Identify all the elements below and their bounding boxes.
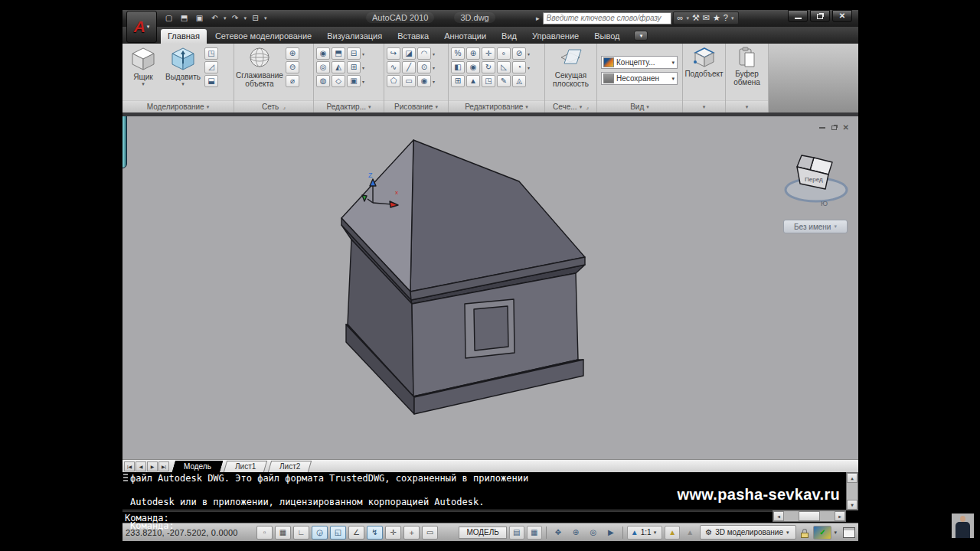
interfere-icon[interactable]: ▣ [347,75,361,87]
dialog-launcher-icon[interactable]: ⌟ [586,103,589,110]
explode-icon[interactable]: ◧ [451,61,465,73]
favorites-icon[interactable]: ★ [713,12,720,24]
command-horizontal-scrollbar[interactable]: ◀ ▶ [773,510,846,522]
panel-label-mesh[interactable]: Сеть ⌟ [234,100,313,112]
help-icon[interactable]: ? [724,12,728,24]
minimize-button[interactable] [788,10,808,22]
3d-rotate-gizmo-icon[interactable]: ◉ [466,61,480,73]
undo-dropdown-icon[interactable]: ▾ [224,15,227,21]
scale-icon[interactable]: ◳ [482,75,495,87]
command-window[interactable]: файл Autodesk DWG. Это файл формата Trus… [122,472,858,523]
communication-center-icon[interactable]: ✉ [703,12,710,24]
scroll-up-icon[interactable]: ▲ [847,473,858,483]
named-view-combo[interactable]: Несохранен ▾ [601,72,678,85]
qat-customize-dropdown-icon[interactable]: ▾ [264,15,267,21]
help-dropdown-icon[interactable]: ▾ [731,15,734,21]
doc-close-icon[interactable]: ✕ [843,123,849,132]
dropdown-icon[interactable]: ▾ [362,65,367,70]
tab-vstavka[interactable]: Вставка [390,29,436,44]
ribbon-minimize-button[interactable]: ▾ [634,31,648,41]
section-plane-button[interactable]: Секущая плоскость [547,45,595,88]
trim-icon[interactable]: % [451,47,465,60]
dropdown-icon[interactable]: ▾ [362,51,367,57]
infocenter-expand-icon[interactable]: ▸ [536,15,540,22]
lock-icon[interactable] [799,526,811,540]
offset-icon[interactable]: ◬ [512,75,526,87]
press-pull-icon[interactable]: ⬓ [204,75,218,87]
tab-vizualizaciya[interactable]: Визуализация [320,29,389,44]
subobject-button[interactable]: Подобъект [684,45,724,78]
smooth-more-icon[interactable]: ⊕ [286,47,299,60]
annotation-scale-button[interactable]: ▲ 1:1 ▾ [627,526,662,540]
tab-list2[interactable]: Лист2 [268,461,312,472]
command-prompt[interactable]: Команда: [125,513,169,523]
clean-screen-button[interactable] [843,527,855,538]
autoscale-icon[interactable]: ▲ [682,526,697,540]
tab-list1[interactable]: Лист1 [224,461,268,472]
chevron-down-icon[interactable]: ▾ [671,76,675,82]
panel-label-section[interactable]: Сече... ▾ ⌟ [545,100,596,112]
show-motion-icon[interactable]: ▶ [603,526,619,540]
dropdown-icon[interactable]: ▾ [528,65,532,70]
viewcube-compass-south[interactable]: Ю [821,200,828,207]
quick-view-drawings-icon[interactable]: ▦ [527,526,542,540]
scroll-down-icon[interactable]: ▼ [847,500,858,510]
first-layout-button[interactable]: |◀ [124,461,135,471]
slice-icon[interactable]: ⊟ [347,47,361,60]
status-menu-dropdown-icon[interactable]: ▾ [834,530,837,536]
steering-wheel-icon[interactable]: ◎ [586,526,601,540]
circle-icon[interactable]: ⊙ [417,61,431,73]
tab-glavnaya[interactable]: Главная [161,29,207,44]
line-icon[interactable]: ╱ [402,61,416,73]
restore-button[interactable] [810,10,830,22]
panel-label-modeling[interactable]: Моделирование ▾ [122,100,234,112]
undo-button[interactable]: ↶ [208,13,221,24]
3d-move-gizmo-icon[interactable]: ⊕ [466,47,480,60]
subtract-icon[interactable]: ◎ [316,61,330,73]
tab-vyvod[interactable]: Вывод [587,29,626,44]
performance-tuner-icon[interactable]: ✓ [813,526,831,540]
next-layout-button[interactable]: ▶ [147,461,158,471]
tool-palette-edge[interactable] [122,116,127,168]
doc-restore-icon[interactable] [831,126,837,130]
pan-icon[interactable]: ✥ [550,526,566,540]
house-model[interactable] [341,140,585,414]
dropdown-icon[interactable]: ▾ [433,65,437,70]
panel-label-view[interactable]: Вид ▾ [597,100,682,112]
command-vertical-scrollbar[interactable]: ▲ ▼ [846,472,858,510]
command-window-grip[interactable] [123,474,128,483]
box-dropdown-icon[interactable]: ▾ [142,81,145,87]
move-icon[interactable]: ✛ [482,47,495,60]
smooth-less-icon[interactable]: ⊖ [286,61,299,73]
rotate-icon[interactable]: ↻ [482,61,495,73]
drawing-viewport[interactable]: Z x Перед Ю ✕ Без имени ▾ [122,116,858,459]
panel-label-solid-editing[interactable]: Редактир... ▾ [314,100,384,112]
taper-face-icon[interactable]: ◇ [332,75,345,87]
annotation-visibility-icon[interactable]: ▲ [665,526,680,540]
thicken-icon[interactable]: ⊞ [347,61,361,73]
save-button[interactable]: ▣ [193,13,206,24]
tab-annotacii[interactable]: Аннотации [437,29,493,44]
tab-setevoe-modelirovanie[interactable]: Сетевое моделирование [208,29,318,44]
dropdown-icon[interactable]: ▾ [362,79,367,84]
tab-vid[interactable]: Вид [495,29,524,44]
last-layout-button[interactable]: ▶| [158,461,169,471]
command-splitter[interactable] [122,510,846,512]
panel-label-subobject[interactable]: ▾ [683,100,725,112]
redo-dropdown-icon[interactable]: ▾ [244,15,247,21]
extrude-tool-button[interactable]: Выдавить ▾ [163,45,203,87]
extrude-dropdown-icon[interactable]: ▾ [181,81,185,87]
smooth-object-button[interactable]: Сглаживание объекта [235,45,284,88]
spline-icon[interactable]: ∿ [387,61,400,73]
doc-minimize-icon[interactable] [819,127,825,129]
viewcube-front-label[interactable]: Перед [805,176,823,183]
search-dropdown-icon[interactable]: ▾ [686,15,689,21]
scroll-left-icon[interactable]: ◀ [773,511,784,521]
polygon-icon[interactable]: ⬠ [387,75,400,87]
polyline-icon[interactable]: ↪ [387,47,400,60]
new-file-button[interactable]: ▢ [162,13,175,24]
clipboard-button[interactable]: Буфер обмена [727,45,767,86]
tab-upravlenie[interactable]: Управление [525,29,586,44]
dropdown-icon[interactable]: ▾ [433,79,437,84]
open-file-button[interactable]: ⬒ [178,13,191,24]
